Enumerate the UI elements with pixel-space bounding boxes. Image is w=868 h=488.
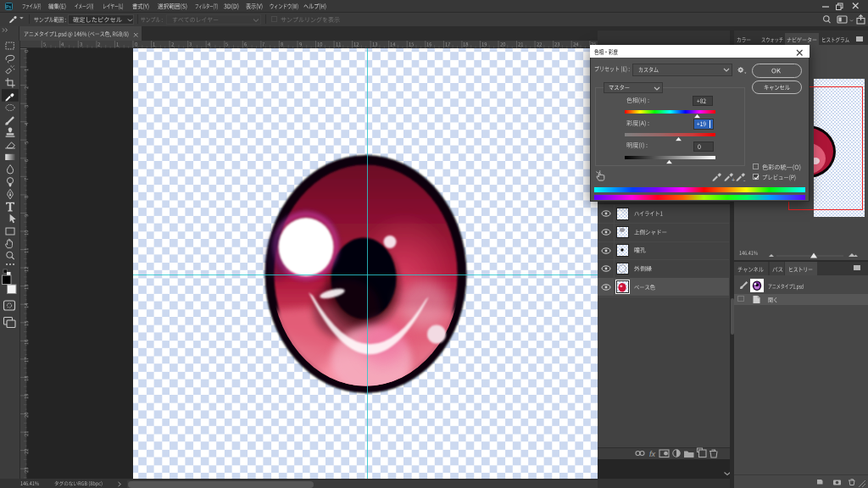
svg-text:fx: fx (649, 450, 656, 458)
svg-text:-: - (743, 177, 746, 183)
